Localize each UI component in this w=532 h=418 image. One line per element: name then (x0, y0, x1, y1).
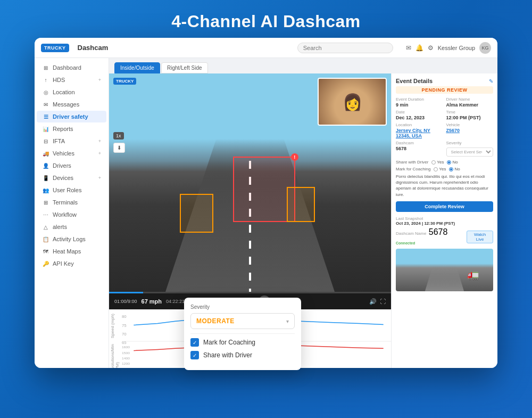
right-panel: Event Details ✎ PENDING REVIEW Event Dur… (391, 73, 497, 368)
svg-text:75: 75 (122, 323, 127, 328)
sidebar-label-vehicles: Vehicles (53, 150, 74, 157)
share-driver-checkbox[interactable]: ✓ (190, 351, 199, 359)
vehicle-value[interactable]: Z5670 (446, 128, 494, 133)
volume-icon[interactable]: 🔊 (369, 298, 377, 305)
devices-arrow: + (98, 175, 101, 181)
snapshot-header: Last Snapshot Oct 23, 2024 | 12:30 PM (P… (396, 216, 493, 226)
sidebar-label-alerts: alerts (53, 224, 67, 230)
fullscreen-icon[interactable]: ⛶ (380, 298, 386, 305)
speed-axis-label: Speed (mph) (110, 314, 115, 338)
notification-icon[interactable]: 🔔 (415, 44, 423, 52)
sidebar-item-alerts[interactable]: △ alerts (37, 221, 106, 233)
search-input[interactable] (297, 43, 393, 53)
sidebar-item-hds[interactable]: ↑ HDS + (37, 74, 106, 86)
sidebar-label-activity-logs: Activity Logs (53, 236, 86, 242)
sidebar-item-api-key[interactable]: 🔑 API Key (37, 258, 106, 269)
sidebar-item-vehicles[interactable]: 🚚 Vehicles + (37, 147, 106, 159)
snapshot-truck: 🚛 (467, 269, 479, 281)
pip-video: 👩 (318, 78, 387, 126)
severity-item: Severity Select Event Severity Low Moder… (446, 141, 494, 157)
share-with-driver-row: Share with Driver Yes No (396, 160, 493, 165)
dashcam-name-label: Dashcam Name (396, 231, 426, 236)
devices-icon: 📱 (42, 175, 49, 181)
time-display: 01:00/9:00 (114, 299, 137, 304)
video-main[interactable]: ! TRUCKY 1x ⬇ � (109, 73, 391, 292)
sidebar-item-terminals[interactable]: ⊞ Terminals (37, 196, 106, 208)
severity-dropdown-button[interactable]: MODERATE ▾ (190, 313, 295, 329)
download-button[interactable]: ⬇ (113, 143, 125, 153)
car-detection-box-2 (287, 187, 315, 222)
ifta-icon: ⊟ (42, 138, 49, 144)
sidebar-item-messages[interactable]: ✉ Messages (37, 99, 106, 110)
last-snapshot-label: Last Snapshot (396, 216, 455, 221)
api-key-icon: 🔑 (42, 261, 49, 267)
dashcam-id: 5678 (429, 227, 448, 236)
sidebar-item-drivers[interactable]: 👤 Drivers (37, 160, 106, 171)
location-item: Location Jersey City, NY 12345, USA (396, 122, 443, 138)
driver-name-item: Driver Name Alma Kemmer (446, 97, 494, 108)
coaching-no-radio[interactable] (449, 167, 453, 171)
share-with-driver-checkbox-row[interactable]: ✓ Share with Driver (190, 351, 295, 359)
hds-arrow: + (98, 77, 101, 83)
message-icon[interactable]: ✉ (406, 44, 411, 52)
snapshot-road (425, 266, 464, 291)
snapshot-image: 🚛 (396, 249, 493, 291)
share-driver-no-label: No (452, 160, 458, 165)
tab-right-left-side[interactable]: Right/Left Side (161, 62, 208, 73)
sidebar-item-driver-safety[interactable]: ☰ Driver safety (37, 111, 106, 122)
activity-logs-icon: 📋 (42, 236, 49, 242)
share-driver-no-option[interactable]: No (447, 160, 458, 165)
sidebar-label-heat-maps: Heat Maps (53, 248, 81, 255)
severity-select[interactable]: Select Event Severity Low Moderate High (446, 147, 494, 157)
avatar[interactable]: KG (479, 42, 491, 54)
topbar-title: Dashcam (78, 44, 109, 52)
coaching-yes-label: Yes (439, 167, 446, 171)
edit-icon[interactable]: ✎ (489, 78, 493, 84)
progress-fill (109, 292, 143, 293)
sidebar-item-ifta[interactable]: ⊟ IFTA + (37, 135, 106, 147)
sidebar-item-workflow[interactable]: ⋯ Workflow (37, 209, 106, 220)
event-details-header: Event Details ✎ (396, 78, 493, 84)
coaching-no-option[interactable]: No (449, 167, 460, 171)
sidebar-item-devices[interactable]: 📱 Devices + (37, 172, 106, 184)
pending-badge: PENDING REVIEW (396, 86, 493, 94)
sidebar-item-reports[interactable]: 📊 Reports (37, 123, 106, 135)
time-label: Time (446, 110, 494, 114)
settings-icon[interactable]: ⚙ (428, 44, 434, 52)
time-item: Time 12:00 PM (PST) (446, 110, 494, 120)
svg-text:1400: 1400 (122, 356, 130, 360)
sidebar-label-ifta: IFTA (53, 138, 65, 144)
event-duration-value: 9 min (396, 102, 443, 108)
share-driver-no-radio[interactable] (447, 160, 451, 165)
mark-for-coaching-checkbox-row[interactable]: ✓ Mark for Coaching (190, 338, 295, 347)
coaching-yes-radio[interactable] (434, 167, 438, 171)
sidebar-label-location: Location (53, 89, 75, 95)
video-progress-bar[interactable] (109, 292, 391, 293)
sidebar-item-activity-logs[interactable]: 📋 Activity Logs (37, 233, 106, 245)
tab-inside-outside[interactable]: Inside/Outside (114, 62, 160, 73)
svg-text:1200: 1200 (122, 362, 130, 365)
connected-badge: Connected (396, 241, 415, 245)
dashcam-tabs: Inside/Outside Right/Left Side (109, 58, 497, 73)
watch-live-button[interactable]: Watch Live (467, 231, 493, 243)
vehicle-label: Vehicle (446, 122, 494, 127)
messages-icon: ✉ (42, 102, 49, 108)
share-driver-yes-option[interactable]: Yes (431, 160, 444, 165)
workflow-icon: ⋯ (42, 212, 49, 218)
sidebar-item-user-roles[interactable]: 👥 User Roles (37, 184, 106, 196)
sidebar-item-dashboard[interactable]: ⊞ Dashboard (37, 62, 106, 73)
sidebar-item-heat-maps[interactable]: 🗺 Heat Maps (37, 245, 106, 257)
reports-icon: 📊 (42, 126, 49, 132)
location-value[interactable]: Jersey City, NY 12345, USA (396, 128, 443, 138)
user-roles-icon: 👥 (42, 187, 49, 193)
vehicles-icon: 🚚 (42, 151, 49, 157)
mark-coaching-checkbox[interactable]: ✓ (190, 338, 199, 347)
control-icons: 🔊 ⛶ (369, 298, 386, 305)
share-driver-yes-radio[interactable] (431, 160, 436, 165)
content-area: Inside/Outside Right/Left Side ! (109, 58, 497, 368)
sidebar-item-location[interactable]: ◎ Location (37, 86, 106, 98)
sidebar-label-messages: Messages (53, 101, 79, 108)
location-icon: ◎ (42, 89, 49, 95)
coaching-yes-option[interactable]: Yes (434, 167, 446, 171)
complete-review-button[interactable]: Complete Review (396, 201, 493, 212)
